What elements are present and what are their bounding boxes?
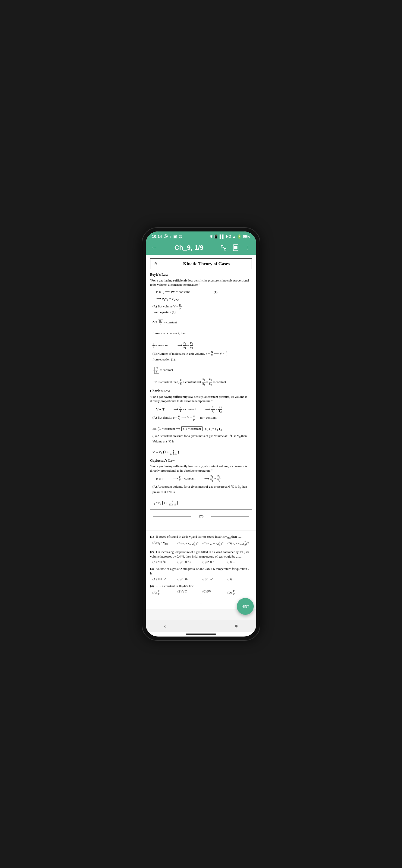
divider bbox=[150, 509, 252, 510]
q1-option-c: (C) vrms = vs(73)½ bbox=[203, 541, 227, 547]
bluetooth-icon: ✱ bbox=[210, 235, 213, 239]
question-4-options: (A) PT (B) V T (C) PV (D) PV bbox=[153, 590, 252, 596]
hd-label: HD bbox=[226, 235, 231, 239]
boyles-eq1: P ∝ 1V ⟹ PV = constant .................… bbox=[156, 289, 252, 296]
question-2: (2) On increasing temperature of a gas f… bbox=[150, 550, 252, 564]
question-1: (1) If speed of sound in air is vs and i… bbox=[150, 535, 252, 547]
gaylussacs-law-quote: "For a gas having sufficiently low densi… bbox=[150, 464, 252, 473]
signal-icon: ▌▌ bbox=[220, 235, 225, 239]
question-1-options: (A) vs = vrms (B) vs = vrms(73)½ (C) vrm… bbox=[153, 541, 252, 547]
chapter-title: Kinetic Theory of Gases bbox=[161, 258, 252, 269]
back-button[interactable]: ← bbox=[151, 244, 158, 251]
hint-button[interactable]: HINT bbox=[237, 598, 254, 615]
question-1-text: (1) If speed of sound in air is vs and i… bbox=[150, 535, 252, 539]
q4-option-b: (B) V T bbox=[178, 590, 202, 596]
bottom-nav: ‹ ● bbox=[146, 620, 256, 632]
charles-eq1: V ∝ T ⟹ VT = constant ⟹ V1T1 = V2T2 bbox=[156, 405, 252, 413]
bookmark-icon[interactable] bbox=[232, 244, 239, 251]
q4-option-d: (D) PV bbox=[227, 590, 252, 596]
status-icon-b: ⓑ bbox=[164, 234, 167, 239]
chapter-number: 9 bbox=[150, 259, 161, 269]
svg-line-2 bbox=[223, 247, 224, 248]
svg-rect-5 bbox=[234, 245, 238, 246]
question-4: (4) ...... = constant in Boyle's law. (A… bbox=[150, 584, 252, 596]
status-bar: 10:14 ⓑ ↑ ▣ ◎ ✱ 📳 ▌▌ HD ▲ 🔋 66% bbox=[146, 231, 256, 241]
page-content: 9 Kinetic Theory of Gases Boyle's Law "F… bbox=[146, 255, 256, 530]
chapter-header: 9 Kinetic Theory of Gases bbox=[150, 258, 252, 270]
question-3: (3) Volume of a gas at 2 atm pressure an… bbox=[150, 567, 252, 581]
page-title: Ch_9, 1/9 bbox=[175, 244, 204, 252]
q1-option-a: (A) vs = vrms bbox=[153, 541, 177, 547]
questions-section: (1) If speed of sound in air is vs and i… bbox=[146, 531, 256, 609]
page-number: 170 bbox=[150, 513, 252, 520]
battery-icon: 🔋 bbox=[237, 235, 242, 239]
wifi-icon: ▲ bbox=[233, 235, 236, 239]
status-left: 10:14 ⓑ ↑ ▣ ◎ bbox=[152, 234, 182, 239]
charles-law-heading: Charle's Law bbox=[150, 389, 252, 394]
status-icon-screen: ▣ bbox=[173, 234, 177, 239]
svg-rect-0 bbox=[221, 245, 223, 247]
content-area[interactable]: 9 Kinetic Theory of Gases Boyle's Law "F… bbox=[146, 255, 256, 620]
question-3-options: (A) 100 m³ (B) 100 cc (C) 1 m³ (D) ... bbox=[153, 577, 252, 581]
charles-b: (B) At constant pressure for a given mas… bbox=[153, 434, 252, 456]
q2-option-b: (B) 150 °C bbox=[178, 560, 202, 564]
q4-option-c: (C) PV bbox=[203, 590, 227, 596]
vibrate-icon: 📳 bbox=[214, 235, 218, 239]
gaylussacs-a: (A) At constant volume, for a given mass… bbox=[153, 484, 252, 506]
nav-icons: ⋮ bbox=[220, 244, 251, 251]
status-icon-up: ↑ bbox=[169, 234, 172, 239]
boyles-eq2: ⟹ P1V1 = P2V2 bbox=[156, 296, 252, 302]
q3-option-d: (D) ... bbox=[227, 577, 252, 581]
expand-icon[interactable] bbox=[220, 244, 227, 251]
gaylussacs-law-heading: Gaylussac's Law bbox=[150, 458, 252, 463]
time-display: 10:14 bbox=[152, 234, 162, 239]
question-2-text: (2) On increasing temperature of a gas f… bbox=[150, 550, 252, 559]
svg-rect-1 bbox=[224, 248, 226, 250]
nav-bar: ← Ch_9, 1/9 ⋮ bbox=[146, 241, 256, 255]
phone-frame: 10:14 ⓑ ↑ ▣ ◎ ✱ 📳 ▌▌ HD ▲ 🔋 66% ← Ch_9, … bbox=[142, 228, 260, 640]
q1-option-d: (D) vs = vrms(72)½ bbox=[227, 541, 252, 547]
nav-back-button[interactable]: ‹ bbox=[164, 622, 166, 629]
status-icon-at: ◎ bbox=[179, 234, 182, 239]
q3-option-a: (A) 100 m³ bbox=[153, 577, 177, 581]
q2-option-c: (C) 250 K bbox=[203, 560, 227, 564]
q4-option-a: (A) PT bbox=[153, 590, 177, 596]
boyles-law-quote: "For a gas having sufficiently low densi… bbox=[150, 278, 252, 287]
home-indicator bbox=[186, 633, 216, 635]
battery-percent: 66% bbox=[243, 235, 250, 239]
boyles-b: (B) Number of molecules in unit volume, … bbox=[153, 351, 252, 386]
phone-screen: 10:14 ⓑ ↑ ▣ ◎ ✱ 📳 ▌▌ HD ▲ 🔋 66% ← Ch_9, … bbox=[146, 231, 256, 637]
divider2 bbox=[150, 523, 252, 523]
question-4-text: (4) ...... = constant in Boyle's law. bbox=[150, 584, 252, 589]
nav-home-button[interactable]: ● bbox=[235, 622, 238, 629]
q3-option-b: (B) 100 cc bbox=[178, 577, 202, 581]
status-right: ✱ 📳 ▌▌ HD ▲ 🔋 66% bbox=[210, 235, 250, 239]
question-2-options: (A) 250 °C (B) 150 °C (C) 250 K (D) ... bbox=[153, 560, 252, 564]
q1-option-b: (B) vs = vrms(73)½ bbox=[178, 541, 202, 547]
more-options-icon[interactable]: ⋮ bbox=[244, 244, 251, 251]
question-3-text: (3) Volume of a gas at 2 atm pressure an… bbox=[150, 567, 252, 576]
q2-option-d: (D) ... bbox=[227, 560, 252, 564]
q2-option-a: (A) 250 °C bbox=[153, 560, 177, 564]
q3-option-c: (C) 1 m³ bbox=[203, 577, 227, 581]
gaylussacs-eq1: P ∝ T ⟹ PT = constant ⟹ P1T1 = P2T2 bbox=[156, 475, 252, 483]
charles-a: (A) But density ρ = mV ⟹ V = mρ m = cons… bbox=[153, 415, 252, 432]
charles-law-quote: "For a gas having sufficiently low densi… bbox=[150, 395, 252, 404]
boyles-law-heading: Boyle's Law bbox=[150, 272, 252, 277]
boyles-a: (A) But volume V = mρ From equation (1),… bbox=[153, 304, 252, 350]
